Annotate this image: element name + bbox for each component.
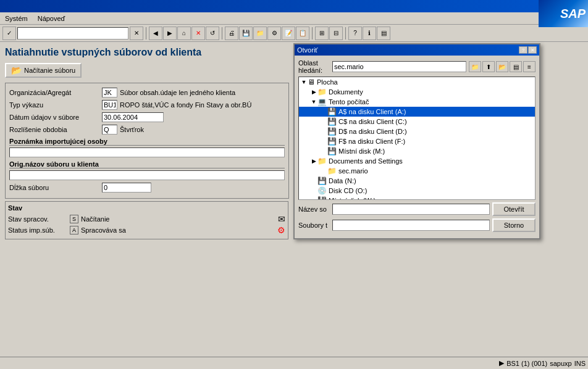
size-label: Dĺžka súboru bbox=[9, 184, 102, 191]
check-button[interactable]: ✓ bbox=[2, 27, 16, 40]
dialog-open-button[interactable]: Otevřít bbox=[492, 202, 536, 216]
file-tree[interactable]: ▼🖥Plocha▶📁Dokumenty▼💻Tento počítač💾A$ na… bbox=[298, 77, 536, 200]
tree-item-label: F$ na disku Client (F:) bbox=[338, 138, 405, 145]
dialog-search-row: Oblast hledání: 📁 ⬆ 📂 ▤ ≡ bbox=[298, 59, 536, 74]
org-label: Organizácia/Agregát bbox=[9, 89, 102, 96]
tree-item[interactable]: 💾Místní disk (W:) bbox=[299, 196, 535, 200]
mode-info: INS bbox=[574, 360, 586, 367]
tree-item-label: Disk CD (O:) bbox=[329, 187, 367, 194]
dialog-close-button[interactable]: ✕ bbox=[528, 46, 537, 54]
type-code-input[interactable] bbox=[102, 100, 117, 110]
print-button[interactable]: 🖨 bbox=[225, 27, 238, 40]
zoom-out-button[interactable]: ⊟ bbox=[329, 27, 343, 40]
tree-item[interactable]: ▶📁Dokumenty bbox=[299, 87, 535, 97]
load-icon: 📂 bbox=[11, 65, 22, 75]
user-info: sapuxp bbox=[550, 360, 571, 367]
dialog-filetype-input[interactable] bbox=[332, 220, 490, 231]
tree-item[interactable]: ▼🖥Plocha bbox=[299, 77, 535, 87]
tree-item[interactable]: 💿Disk CD (O:) bbox=[299, 186, 535, 196]
date-input[interactable] bbox=[102, 112, 164, 122]
tree-item-label: Místní disk (M:) bbox=[338, 147, 385, 155]
tree-item[interactable]: 💾Místní disk (M:) bbox=[299, 146, 535, 156]
dialog-title-bar: Otvoriť ? ✕ bbox=[295, 44, 539, 56]
note-input[interactable] bbox=[9, 147, 285, 157]
status-row1-indicator: S bbox=[70, 215, 78, 223]
tree-item-label: Documents and Settings bbox=[329, 157, 403, 165]
extra-button[interactable]: ▤ bbox=[377, 27, 390, 40]
dialog-list-button[interactable]: ▤ bbox=[510, 61, 522, 72]
status-row1-icon: ✉ bbox=[278, 214, 285, 224]
dialog-minimize-button[interactable]: ? bbox=[519, 46, 527, 54]
tree-item[interactable]: 💾Data (N:) bbox=[299, 176, 535, 186]
dialog-filename-input[interactable] bbox=[332, 204, 490, 215]
home-button[interactable]: ⌂ bbox=[177, 27, 191, 40]
dialog-folder-up-button[interactable]: 📁 bbox=[469, 61, 481, 72]
clear-button[interactable]: ✕ bbox=[130, 27, 143, 40]
load-button[interactable]: 📂 Načítanie súboru bbox=[5, 63, 82, 78]
title-bar: SAP _ □ ✕ bbox=[0, 0, 588, 12]
action-buttons: 🖨 💾 📁 ⚙ 📝 📋 bbox=[225, 27, 309, 40]
orig-input[interactable] bbox=[9, 170, 285, 180]
open-file-dialog: Otvoriť ? ✕ Oblast hledání: 📁 ⬆ 📂 ▤ ≡ ▼🖥… bbox=[293, 43, 540, 239]
size-row: Dĺžka súboru bbox=[9, 182, 285, 193]
dialog-search-input[interactable] bbox=[332, 61, 466, 72]
dialog-filename-label: Název so bbox=[298, 205, 332, 213]
dialog-detail-button[interactable]: ≡ bbox=[523, 61, 536, 72]
edit-button[interactable]: 📝 bbox=[282, 27, 295, 40]
page-title: Natiahnutie vstupných súborov od klienta bbox=[5, 47, 288, 58]
tree-item-label: Tento počítač bbox=[329, 98, 369, 106]
forward-button[interactable]: ▶ bbox=[163, 27, 177, 40]
type-row: Typ výkazu ROPO štát,VÚC a fondy Fin Sta… bbox=[9, 99, 285, 110]
tree-item[interactable]: ▶📁Documents and Settings bbox=[299, 156, 535, 166]
tree-item[interactable]: 💾D$ na disku Client (D:) bbox=[299, 126, 535, 136]
help-button[interactable]: ? bbox=[348, 27, 362, 40]
nav-buttons: ◀ ▶ ⌂ ✕ ↺ bbox=[149, 27, 219, 40]
folder-button[interactable]: 📁 bbox=[253, 27, 267, 40]
copy-button[interactable]: 📋 bbox=[296, 27, 309, 40]
settings-button[interactable]: ⚙ bbox=[267, 27, 281, 40]
dialog-cancel-button[interactable]: Storno bbox=[492, 218, 536, 232]
dialog-filetype-row: Soubory t Storno bbox=[298, 218, 536, 232]
status-bar: ▶ BS1 (1) (001) sapuxp INS bbox=[0, 357, 588, 369]
tree-item-label: sec.mario bbox=[338, 167, 368, 175]
menu-help[interactable]: Nápoveď bbox=[35, 14, 68, 23]
separator-3 bbox=[312, 27, 313, 39]
dialog-new-folder-button[interactable]: ⬆ bbox=[482, 61, 495, 72]
command-input[interactable] bbox=[17, 27, 128, 39]
tree-item[interactable]: ▼💻Tento počítač bbox=[299, 97, 535, 107]
dialog-filetype-label: Soubory t bbox=[298, 222, 332, 229]
date-label: Dátum údajov v súbore bbox=[9, 114, 102, 121]
zoom-in-button[interactable]: ⊞ bbox=[315, 27, 329, 40]
status-row2-icon: ⚙ bbox=[277, 225, 285, 235]
org-row: Organizácia/Agregát Súbor obsah.údaje le… bbox=[9, 87, 285, 98]
tree-item-label: A$ na disku Client (A:) bbox=[338, 108, 406, 115]
tree-item-icon: 💿 bbox=[317, 186, 327, 195]
orig-row bbox=[9, 170, 285, 181]
dialog-refresh-button[interactable]: 📂 bbox=[496, 61, 508, 72]
tree-expander: ▼ bbox=[310, 99, 317, 105]
refresh-button[interactable]: ↺ bbox=[206, 27, 219, 40]
tree-item[interactable]: 💾F$ na disku Client (F:) bbox=[299, 136, 535, 146]
tree-item[interactable]: 📁sec.mario bbox=[299, 166, 535, 176]
separator-2 bbox=[222, 27, 222, 39]
stop-button[interactable]: ✕ bbox=[191, 27, 205, 40]
tree-item[interactable]: 💾A$ na disku Client (A:) bbox=[299, 107, 535, 117]
size-input[interactable] bbox=[102, 183, 151, 193]
status-bar-right: ▶ BS1 (1) (001) sapuxp INS bbox=[499, 359, 586, 367]
save-button[interactable]: 💾 bbox=[239, 27, 253, 40]
left-panel: Natiahnutie vstupných súborov od klienta… bbox=[0, 42, 293, 357]
info-button[interactable]: ℹ bbox=[363, 27, 376, 40]
session-info: BS1 (1) (001) bbox=[506, 360, 547, 367]
tree-item-icon: 💻 bbox=[317, 97, 327, 106]
date-row: Dátum údajov v súbore bbox=[9, 112, 285, 123]
menu-system[interactable]: Systém bbox=[2, 14, 30, 23]
tree-item[interactable]: 💾C$ na disku Client (C:) bbox=[299, 117, 535, 126]
tree-item-icon: 📁 bbox=[317, 88, 327, 96]
tree-item-icon: 📁 bbox=[327, 167, 337, 175]
back-button[interactable]: ◀ bbox=[149, 27, 162, 40]
status-row1-label: Stav spracov. bbox=[8, 215, 70, 223]
tree-item-icon: 💾 bbox=[327, 117, 337, 126]
separator-1 bbox=[146, 27, 146, 39]
resolution-code-input[interactable] bbox=[102, 125, 117, 135]
org-code-input[interactable] bbox=[102, 88, 117, 97]
